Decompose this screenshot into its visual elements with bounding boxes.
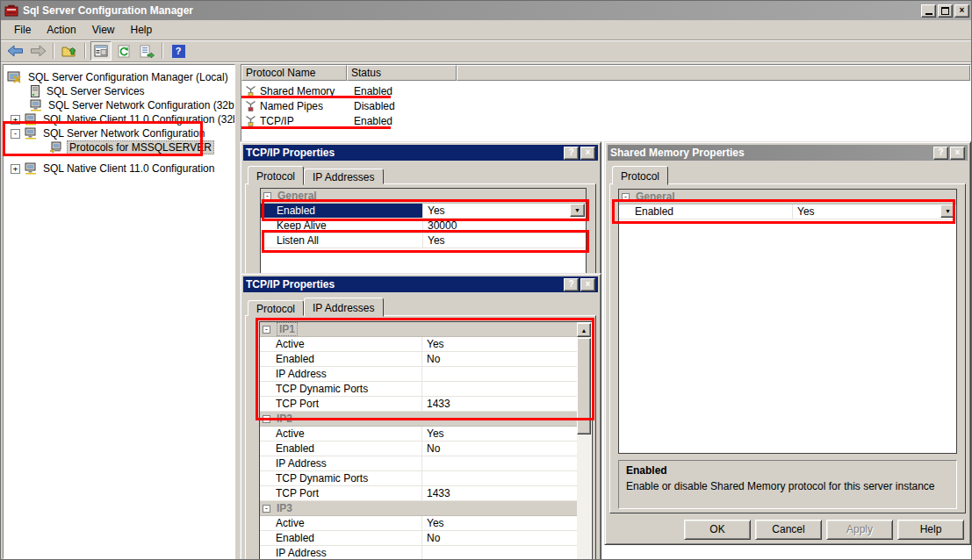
tab-protocol[interactable]: Protocol <box>612 166 668 185</box>
forward-button[interactable] <box>27 41 48 61</box>
refresh-button[interactable] <box>113 41 134 61</box>
window-title: Sql Server Configuration Manager <box>23 4 917 17</box>
property-row[interactable]: Enabled No <box>260 531 577 546</box>
tree-item-native-client[interactable]: + SQL Native Client 11.0 Configuration <box>11 162 216 176</box>
tab-protocol[interactable]: Protocol <box>248 166 304 185</box>
close-icon: × <box>955 148 961 157</box>
tree-item-root[interactable]: SQL Server Configuration Manager (Local) <box>7 70 230 84</box>
property-group-ip1[interactable]: - IP1 <box>260 322 577 337</box>
protocol-status: Enabled <box>348 115 392 127</box>
collapse-icon[interactable]: - <box>263 326 270 334</box>
vertical-scrollbar[interactable]: ▲ <box>577 323 591 560</box>
property-row[interactable]: Active Yes <box>260 516 577 531</box>
back-arrow-icon <box>7 45 24 57</box>
dialog-close-button[interactable]: × <box>580 278 595 291</box>
dropdown-button[interactable]: ▼ <box>940 205 955 218</box>
property-row[interactable]: Enabled No <box>260 442 577 456</box>
app-window: Sql Server Configuration Manager × File … <box>0 0 972 560</box>
menu-action[interactable]: Action <box>39 21 83 39</box>
back-button[interactable] <box>4 41 25 61</box>
column-header-status[interactable]: Status <box>347 65 457 81</box>
expand-icon[interactable]: + <box>11 164 20 174</box>
dialog-help-button[interactable]: ? <box>564 147 579 160</box>
expand-icon[interactable]: + <box>11 115 20 125</box>
property-row-enabled[interactable]: Enabled Yes ▼ <box>619 205 956 219</box>
property-row[interactable]: Active Yes <box>260 427 577 442</box>
dialog-title: TCP/IP Properties <box>246 147 564 159</box>
menu-help[interactable]: Help <box>123 21 161 39</box>
property-row-keep-alive[interactable]: Keep Alive 30000 <box>261 219 586 233</box>
maximize-button[interactable] <box>938 4 953 18</box>
property-row-listen-all[interactable]: Listen All Yes <box>261 233 586 248</box>
property-group-general[interactable]: - General <box>619 190 956 205</box>
dialog-close-button[interactable]: × <box>580 147 595 160</box>
tab-ip-addresses[interactable]: IP Addresses <box>304 169 384 184</box>
menu-file[interactable]: File <box>6 21 39 39</box>
export-list-button[interactable] <box>136 41 157 61</box>
window-titlebar[interactable]: Sql Server Configuration Manager × <box>1 1 972 20</box>
tab-protocol[interactable]: Protocol <box>248 300 304 316</box>
menu-view[interactable]: View <box>84 21 123 39</box>
property-row[interactable]: Active Yes <box>260 337 577 352</box>
tree-item-network-config[interactable]: - SQL Server Network Configuration <box>11 126 206 140</box>
collapse-icon[interactable]: - <box>263 415 270 423</box>
collapse-icon[interactable]: - <box>622 193 630 201</box>
dialog-titlebar[interactable]: TCP/IP Properties ? × <box>243 276 598 292</box>
property-row[interactable]: TCP Dynamic Ports <box>260 471 577 486</box>
show-console-tree-button[interactable] <box>90 41 112 61</box>
scroll-up-button[interactable]: ▲ <box>577 323 591 337</box>
tree-item-protocols-mssqlserver[interactable]: Protocols for MSSQLSERVER <box>49 140 214 154</box>
dialog-help-button[interactable]: ? <box>933 147 948 160</box>
protocol-status: Disabled <box>348 100 395 112</box>
list-row-named-pipes[interactable]: Named Pipes Disabled <box>242 98 681 113</box>
export-list-icon <box>140 45 155 58</box>
ok-button[interactable]: OK <box>684 520 751 540</box>
help-button[interactable]: ? <box>168 41 189 61</box>
protocol-name: Named Pipes <box>260 100 323 112</box>
tree-item-native-client-32[interactable]: + SQL Native Client 11.0 Configuration (… <box>11 112 235 126</box>
toolbar-separator <box>162 43 163 59</box>
toolbar-separator <box>84 43 86 59</box>
tree-item-services[interactable]: SQL Server Services <box>30 84 147 98</box>
apply-button[interactable]: Apply <box>826 520 893 540</box>
minimize-icon <box>925 13 932 15</box>
folder-up-icon <box>61 45 77 58</box>
list-row-shared-memory[interactable]: Shared Memory Enabled <box>242 83 681 98</box>
list-row-tcpip[interactable]: TCP/IP Enabled <box>242 113 681 128</box>
minimize-button[interactable] <box>921 4 936 18</box>
collapse-icon[interactable]: - <box>263 192 271 200</box>
tab-ip-addresses[interactable]: IP Addresses <box>304 298 384 317</box>
close-button[interactable]: × <box>954 4 969 18</box>
dialog-close-button[interactable]: × <box>950 147 965 160</box>
property-row[interactable]: IP Address <box>260 456 577 471</box>
property-row[interactable]: IP Address <box>260 367 577 382</box>
property-row-enabled[interactable]: Enabled Yes ▼ <box>261 204 586 219</box>
column-header-protocol-name[interactable]: Protocol Name <box>241 65 347 81</box>
property-group-ip2[interactable]: - IP2 <box>260 412 577 427</box>
collapse-icon[interactable]: - <box>11 129 20 139</box>
cancel-button[interactable]: Cancel <box>755 520 822 540</box>
property-row[interactable]: IP Address <box>260 546 577 560</box>
protocol-icon <box>245 115 256 126</box>
property-row[interactable]: Enabled No <box>260 352 577 367</box>
property-row[interactable]: TCP Port 1433 <box>260 397 577 412</box>
protocol-status: Enabled <box>348 85 392 97</box>
help-icon: ? <box>172 45 185 58</box>
close-icon: × <box>586 280 591 289</box>
dialog-titlebar[interactable]: Shared Memory Properties ? × <box>608 145 968 161</box>
toolbar: ? <box>1 40 972 62</box>
dialog-help-button[interactable]: ? <box>564 278 579 291</box>
property-row[interactable]: TCP Port 1433 <box>260 486 577 501</box>
property-group-ip3[interactable]: - IP3 <box>260 501 577 516</box>
dropdown-button[interactable]: ▼ <box>570 204 585 217</box>
up-one-level-button[interactable] <box>59 41 80 61</box>
dialog-titlebar[interactable]: TCP/IP Properties ? × <box>243 145 598 161</box>
scrollbar-thumb[interactable] <box>577 338 591 434</box>
property-row[interactable]: TCP Dynamic Ports <box>260 382 577 397</box>
console-tree-panel: SQL Server Configuration Manager (Local)… <box>3 64 235 559</box>
network-computer-icon <box>30 99 42 111</box>
property-group-general[interactable]: - General <box>261 189 586 204</box>
collapse-icon[interactable]: - <box>263 505 270 513</box>
help-button[interactable]: Help <box>897 520 964 540</box>
tree-item-network-config-32[interactable]: SQL Server Network Configuration (32bit) <box>30 98 235 112</box>
